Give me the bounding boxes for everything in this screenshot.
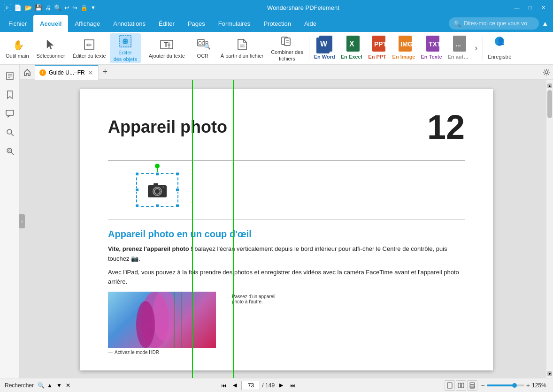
- en-image-button[interactable]: IMG En Image: [390, 33, 418, 63]
- close-button[interactable]: ✕: [537, 3, 549, 12]
- home-tab-button[interactable]: [20, 65, 35, 80]
- menu-accueil[interactable]: Accueil: [33, 15, 68, 32]
- combiner-button[interactable]: Combiner desfichiers: [267, 33, 307, 63]
- page-title: Appareil photo: [108, 117, 227, 137]
- svg-text:X: X: [349, 40, 354, 48]
- handle-br[interactable]: [176, 204, 179, 208]
- protect-icon[interactable]: 🔒: [80, 4, 88, 11]
- ppt-icon: PPT: [369, 36, 386, 53]
- next-page-button[interactable]: ▶: [276, 381, 286, 390]
- editer-objets-button[interactable]: ⊞ Éditerdes objets: [110, 33, 141, 63]
- sidebar-comments-button[interactable]: [2, 106, 17, 121]
- page-number-input[interactable]: [241, 381, 260, 390]
- selected-image-container[interactable]: [136, 173, 178, 207]
- edit-text-icon: ✏: [82, 37, 97, 52]
- handle-tl[interactable]: [135, 172, 139, 176]
- save-icon[interactable]: 💾: [35, 4, 42, 11]
- guide-tab[interactable]: ! Guide U...–FR ✕: [35, 65, 99, 80]
- svg-marker-3: [47, 40, 54, 49]
- open-icon[interactable]: 📂: [24, 4, 32, 11]
- tab-bar: ! Guide U...–FR ✕ +: [20, 65, 553, 80]
- menu-editer[interactable]: Éditer: [152, 15, 181, 32]
- en-excel-button[interactable]: X En Excel: [338, 33, 365, 63]
- first-page-button[interactable]: ⏮: [219, 381, 228, 390]
- search-close-button[interactable]: ✕: [64, 382, 72, 389]
- redo-icon[interactable]: ↪: [72, 4, 77, 11]
- maximize-button[interactable]: □: [524, 3, 536, 12]
- search-down-button[interactable]: ▼: [55, 382, 63, 389]
- en-word-button[interactable]: W En Word: [311, 33, 338, 63]
- combine-icon: [279, 34, 294, 48]
- en-ppt-button[interactable]: PPT En PPT: [365, 33, 390, 63]
- svg-point-49: [545, 71, 548, 74]
- continuous-view-button[interactable]: [467, 380, 477, 391]
- partir-fichier-button[interactable]: À partir d'un fichier: [217, 33, 267, 63]
- pdf-viewer[interactable]: Appareil photo 12: [20, 80, 553, 378]
- double-page-view-button[interactable]: [456, 380, 466, 391]
- sidebar-search-button[interactable]: [2, 125, 17, 140]
- outil-main-button[interactable]: ✋ Outil main: [2, 33, 33, 63]
- search-status-icon[interactable]: 🔍: [38, 382, 45, 389]
- zoom-in-button[interactable]: +: [526, 382, 530, 389]
- print-icon[interactable]: 🖨: [45, 4, 51, 11]
- menu-fichier[interactable]: Fichier: [2, 15, 33, 32]
- scroll-thumb[interactable]: [547, 90, 552, 118]
- image-frame[interactable]: [136, 173, 178, 207]
- sidebar-zoom-search-button[interactable]: [2, 143, 17, 158]
- body-bold: Vite, prenez l'appareil photo !: [108, 245, 193, 252]
- sidebar-collapse-button[interactable]: ›: [19, 214, 25, 228]
- svg-rect-61: [458, 383, 461, 388]
- new-icon[interactable]: 📄: [14, 4, 22, 11]
- zoom-slider[interactable]: [487, 384, 524, 386]
- handle-left[interactable]: [135, 188, 139, 192]
- search-box[interactable]: 🔍: [449, 17, 539, 30]
- handle-right[interactable]: [176, 188, 179, 192]
- undo-icon[interactable]: ↩: [64, 4, 69, 11]
- sidebar-bookmarks-button[interactable]: [2, 87, 17, 102]
- handle-top[interactable]: [155, 172, 159, 176]
- vertical-scrollbar[interactable]: ▲ ▼: [546, 80, 553, 378]
- more-button[interactable]: ›: [471, 33, 481, 63]
- menu-aide[interactable]: Aide: [298, 15, 323, 32]
- single-page-view-button[interactable]: [445, 380, 455, 391]
- enregistre-button[interactable]: 👤 Enregistré: [485, 33, 514, 63]
- new-tab-button[interactable]: +: [99, 66, 112, 79]
- en-texte-button[interactable]: TXT En Texte: [418, 33, 445, 63]
- ajouter-texte-button[interactable]: T Ajouter du texte: [145, 33, 189, 63]
- customize-icon[interactable]: ▼: [91, 5, 96, 10]
- svg-point-48: [8, 150, 10, 151]
- en-aut-button[interactable]: ... En aut…: [445, 33, 472, 63]
- guide-line-vertical-1: [192, 80, 193, 378]
- menu-protection[interactable]: Protection: [257, 15, 298, 32]
- svg-text:W: W: [320, 40, 328, 48]
- handle-bl[interactable]: [135, 204, 139, 208]
- search-up-button[interactable]: ▲: [46, 382, 54, 389]
- menu-affichage[interactable]: Affichage: [68, 15, 107, 32]
- zoom-thumb[interactable]: [512, 383, 517, 388]
- menu-formulaires[interactable]: Formulaires: [212, 15, 257, 32]
- ocr-button[interactable]: OCR 🔍 OCR: [189, 33, 217, 63]
- select-icon: [43, 37, 58, 52]
- last-page-button[interactable]: ⏭: [288, 381, 297, 390]
- selectionner-button[interactable]: Sélectionner: [33, 33, 69, 63]
- sidebar-pages-button[interactable]: [2, 68, 17, 83]
- handle-bottom[interactable]: [155, 204, 159, 208]
- search-input[interactable]: [464, 20, 534, 27]
- search-quick-icon[interactable]: 🔍: [54, 4, 61, 11]
- prev-page-button[interactable]: ◀: [230, 381, 239, 390]
- settings-button[interactable]: [540, 66, 553, 79]
- handle-tr[interactable]: [176, 172, 179, 176]
- scroll-up-button[interactable]: ▲: [547, 83, 552, 88]
- scroll-down-button[interactable]: ▼: [547, 371, 552, 376]
- minimize-button[interactable]: —: [511, 3, 523, 12]
- menu-expand-button[interactable]: ▲: [539, 15, 551, 32]
- zoom-out-button[interactable]: −: [481, 382, 485, 389]
- enregistre-label: Enregistré: [488, 54, 511, 60]
- editer-texte-button[interactable]: ✏ Éditer du texte: [69, 33, 110, 63]
- menu-annotations[interactable]: Annotations: [107, 15, 152, 32]
- tab-close-button[interactable]: ✕: [88, 69, 93, 76]
- enregistre-icon: 👤: [491, 36, 508, 53]
- menu-pages[interactable]: Pages: [181, 15, 212, 32]
- image-icon: IMG: [395, 36, 412, 53]
- zoom-controls: − + 125%: [481, 382, 548, 389]
